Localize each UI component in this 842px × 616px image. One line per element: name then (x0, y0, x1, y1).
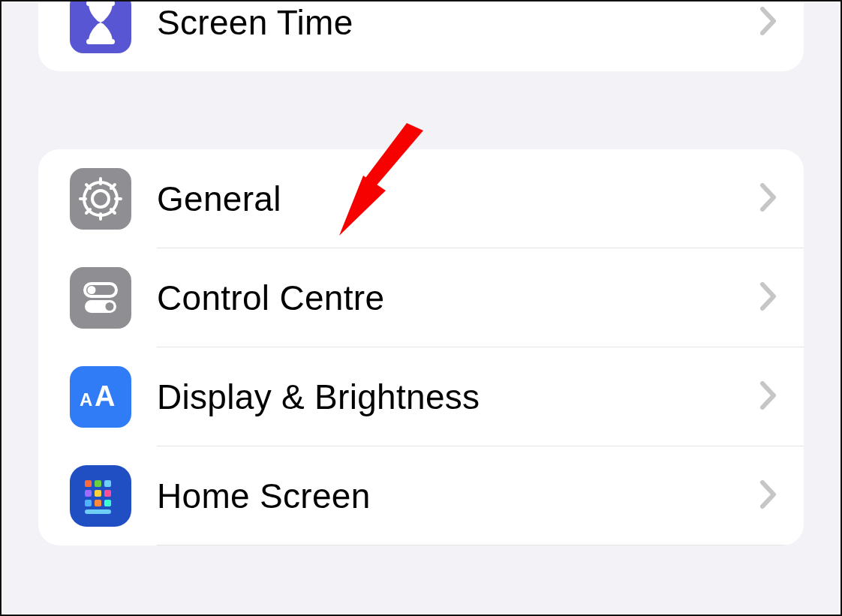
settings-group-2: General Control Centre (38, 149, 804, 545)
row-label: Screen Time (157, 2, 760, 43)
row-label: Control Centre (157, 278, 760, 318)
svg-point-2 (92, 191, 109, 207)
svg-rect-25 (95, 500, 101, 506)
aa-icon: A A (70, 366, 131, 428)
row-home-screen[interactable]: Home Screen (38, 446, 804, 545)
svg-rect-18 (85, 480, 92, 487)
row-label: Display & Brightness (157, 377, 760, 417)
chevron-right-icon (760, 7, 777, 38)
svg-point-13 (88, 286, 96, 294)
svg-point-15 (106, 302, 114, 311)
svg-rect-0 (86, 1, 115, 6)
toggles-icon (70, 267, 131, 329)
row-display-brightness[interactable]: A A Display & Brightness (38, 347, 804, 446)
chevron-right-icon (760, 282, 777, 314)
svg-rect-26 (104, 500, 111, 506)
row-screen-time[interactable]: Screen Time (38, 0, 804, 71)
row-label: General (157, 179, 760, 219)
svg-rect-22 (95, 490, 101, 497)
hourglass-icon (70, 0, 131, 53)
svg-rect-19 (95, 480, 101, 487)
svg-rect-1 (86, 39, 115, 44)
svg-text:A: A (80, 389, 92, 410)
chevron-right-icon (760, 480, 777, 512)
svg-rect-24 (85, 500, 92, 506)
row-control-centre[interactable]: Control Centre (38, 248, 804, 347)
gear-icon (70, 168, 131, 230)
row-general[interactable]: General (38, 149, 804, 248)
settings-column: Screen Time (38, 3, 804, 613)
chevron-right-icon (760, 183, 777, 215)
svg-rect-20 (104, 480, 111, 487)
settings-stage: Screen Time (3, 3, 839, 613)
settings-group-1: Screen Time (38, 0, 804, 71)
svg-rect-23 (104, 490, 111, 497)
svg-rect-27 (85, 509, 111, 514)
svg-text:A: A (95, 380, 115, 412)
svg-rect-21 (85, 490, 92, 497)
separator (157, 545, 804, 545)
row-label: Home Screen (157, 476, 760, 516)
chevron-right-icon (760, 381, 777, 413)
app-grid-icon (70, 465, 131, 527)
